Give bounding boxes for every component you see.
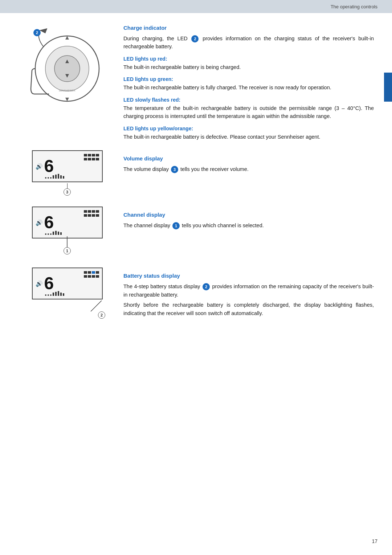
channel-dots	[45, 231, 62, 235]
led-red-text: The built-in rechargeable battery is bei…	[123, 63, 374, 71]
channel-text: The channel display 1 tells you which ch…	[123, 221, 374, 229]
battery-bars-channel	[84, 207, 99, 217]
bat-bar-1	[84, 271, 87, 274]
svg-point-2	[54, 56, 80, 82]
speaker-icon-channel: 🔊	[36, 219, 43, 226]
battery-bars-volume	[84, 151, 99, 160]
led-flash-heading: LED slowly flashes red:	[123, 97, 374, 103]
bar-c3	[92, 210, 95, 213]
volume-dots	[45, 174, 64, 179]
bat-bar-4	[96, 271, 99, 274]
volume-heading: Volume display	[123, 155, 374, 162]
led-yellow-heading: LED lights up yellow/orange:	[123, 126, 374, 131]
battery-display-widget: 🔊 6	[32, 268, 103, 299]
svg-text:SENNHEISER: SENNHEISER	[59, 89, 75, 92]
channel-display-right: Channel display The channel display 1 te…	[116, 207, 374, 232]
battery-display-left: 🔊 6	[18, 268, 116, 319]
bar-c4	[96, 210, 99, 213]
volume-annotation: 3	[64, 183, 71, 196]
bat-bar-2	[88, 271, 91, 274]
side-tab	[384, 73, 392, 102]
battery-bars-battery	[84, 268, 99, 278]
channel-number: 6	[44, 214, 54, 231]
channel-annotation-badge: 1	[64, 247, 71, 254]
battery-dots	[45, 291, 64, 296]
bat-bar-6	[88, 275, 91, 278]
led-flash-text: The temperature of the built-in recharge…	[123, 104, 374, 121]
volume-display-section: 🔊 6	[0, 143, 392, 196]
bar-c7	[92, 214, 95, 217]
bar-c6	[88, 214, 91, 217]
led-yellow-text: The built-in rechargeable battery is def…	[123, 133, 374, 141]
page-container: The operating controls 2	[0, 0, 392, 555]
header-title: The operating controls	[331, 4, 377, 9]
bar-v3	[92, 154, 95, 156]
battery-text-2: Shortly before the rechargeable battery …	[123, 301, 374, 317]
bar-c8	[96, 214, 99, 217]
battery-text-1: The 4-step battery status display 2 prov…	[123, 282, 374, 299]
battery-arrow-svg	[83, 301, 105, 311]
battery-heading: Battery status display	[123, 273, 374, 279]
volume-badge-inline: 3	[171, 166, 178, 173]
headphone-image: 2 SENNH	[29, 27, 105, 110]
headphone-svg: SENNHEISER	[29, 27, 105, 109]
bar-v2	[88, 154, 91, 156]
header-bar: The operating controls	[0, 0, 392, 13]
volume-display-right: Volume display The volume display 3 tell…	[116, 150, 374, 175]
led-red-heading: LED lights up red:	[123, 56, 374, 62]
bar-v5	[84, 158, 87, 160]
charge-indicator-intro: During charging, the LED 2 provides info…	[123, 34, 374, 51]
speaker-icon-volume: 🔊	[36, 163, 43, 170]
bar-v1	[84, 154, 87, 156]
battery-display-right: Battery status display The 4-step batter…	[116, 268, 374, 319]
battery-annotation-badge: 2	[98, 311, 105, 319]
bar-c5	[84, 214, 87, 217]
channel-annotation-line-area: 1	[60, 236, 74, 254]
led-green-text: The built-in rechargeable battery is ful…	[123, 83, 374, 91]
battery-badge-inline: 2	[203, 283, 210, 290]
bat-bar-7	[92, 275, 95, 278]
headphone-badge-2: 2	[33, 29, 41, 36]
channel-heading: Channel display	[123, 212, 374, 218]
page-number: 17	[372, 538, 377, 544]
led-green-heading: LED lights up green:	[123, 76, 374, 82]
volume-text: The volume display 3 tells you the recei…	[123, 165, 374, 173]
svg-line-9	[91, 301, 102, 311]
channel-badge-inline: 1	[172, 222, 180, 229]
bar-v6	[88, 158, 91, 160]
bat-bar-3	[92, 271, 95, 274]
volume-annotation-badge: 3	[64, 188, 71, 196]
bar-v7	[92, 158, 95, 160]
bat-bar-8	[96, 275, 99, 278]
channel-display-left: 🔊 6	[18, 207, 116, 238]
charge-indicator-section: Charge indicator During charging, the LE…	[116, 23, 374, 143]
channel-arrow-svg	[60, 236, 74, 247]
battery-number: 6	[44, 275, 54, 292]
led-badge-inline: 2	[191, 35, 199, 42]
charge-indicator-heading: Charge indicator	[123, 25, 374, 31]
headphone-image-area: 2 SENNH	[18, 23, 116, 143]
bar-v4	[96, 154, 99, 156]
bat-bar-5	[84, 275, 87, 278]
volume-display-widget: 🔊 6	[32, 150, 103, 182]
battery-status-section: 🔊 6	[0, 238, 392, 319]
channel-display-widget: 🔊 6	[32, 207, 103, 238]
speaker-icon-battery: 🔊	[36, 280, 43, 287]
battery-annotation-area: 2	[18, 301, 116, 319]
bar-c2	[88, 210, 91, 213]
volume-number: 6	[44, 158, 54, 175]
volume-display-left: 🔊 6	[18, 150, 116, 196]
bar-v8	[96, 158, 99, 160]
bar-c1	[84, 210, 87, 213]
channel-display-section: 🔊 6	[0, 196, 392, 238]
